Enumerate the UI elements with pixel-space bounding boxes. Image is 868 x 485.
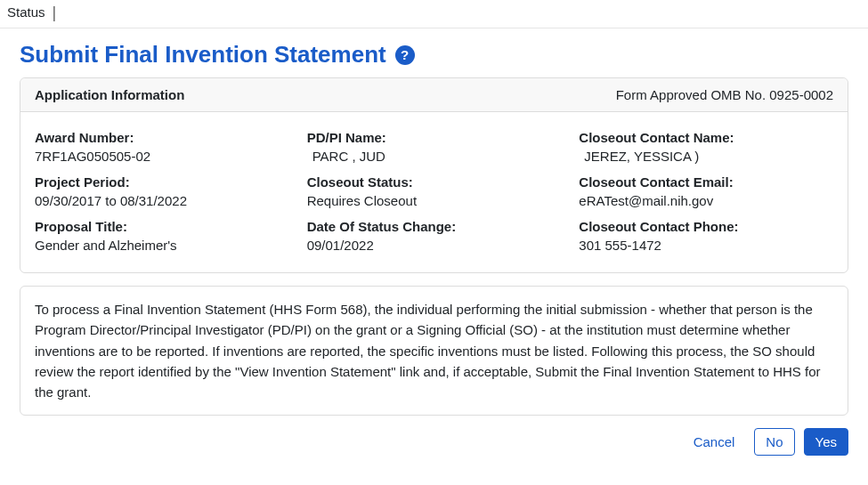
award-number-label: Award Number:	[35, 130, 289, 145]
project-period-label: Project Period:	[35, 174, 289, 190]
instructions-text: To process a Final Invention Statement (…	[35, 302, 821, 400]
closeout-contact-email-label: Closeout Contact Email:	[579, 174, 833, 190]
closeout-contact-phone-label: Closeout Contact Phone:	[579, 219, 833, 234]
help-icon[interactable]: ?	[395, 45, 415, 65]
instructions-panel: To process a Final Invention Statement (…	[20, 286, 848, 416]
closeout-status-value: Requires Closeout	[307, 193, 562, 208]
closeout-status-label: Closeout Status:	[307, 174, 562, 190]
breadcrumb-current[interactable]: Status	[7, 4, 45, 20]
actions-row: Cancel No Yes	[0, 428, 868, 468]
date-status-change-label: Date Of Status Change:	[307, 219, 562, 234]
proposal-title-value: Gender and Alzheimer's	[35, 238, 289, 253]
closeout-contact-phone-value: 301 555-1472	[579, 238, 833, 253]
info-column-3: Closeout Contact Name: JEREZ, YESSICA ) …	[579, 130, 833, 255]
info-column-1: Award Number: 7RF1AG050505-02 Project Pe…	[35, 130, 289, 255]
page-title: Submit Final Invention Statement	[20, 41, 386, 69]
application-information-card: Application Information Form Approved OM…	[20, 77, 848, 273]
yes-button[interactable]: Yes	[804, 428, 848, 456]
application-info-grid: Award Number: 7RF1AG050505-02 Project Pe…	[20, 112, 848, 272]
no-button[interactable]: No	[754, 428, 794, 456]
project-period-value: 09/30/2017 to 08/31/2022	[35, 193, 289, 208]
date-status-change-value: 09/01/2022	[307, 238, 562, 253]
closeout-contact-email-value: eRATest@mail.nih.gov	[579, 193, 833, 208]
card-header-title: Application Information	[35, 87, 184, 102]
breadcrumb-separator-icon: |	[52, 4, 56, 21]
breadcrumb: Status |	[0, 0, 868, 28]
cancel-button[interactable]: Cancel	[683, 429, 746, 455]
form-approved-text: Form Approved OMB No. 0925-0002	[616, 87, 833, 102]
pdpi-name-label: PD/PI Name:	[307, 130, 562, 145]
closeout-contact-name-value: JEREZ, YESSICA )	[579, 149, 833, 164]
page-title-row: Submit Final Invention Statement ?	[0, 28, 868, 77]
card-header: Application Information Form Approved OM…	[20, 78, 848, 112]
pdpi-name-value: PARC , JUD	[307, 149, 562, 164]
info-column-2: PD/PI Name: PARC , JUD Closeout Status: …	[307, 130, 562, 255]
closeout-contact-name-label: Closeout Contact Name:	[579, 130, 833, 145]
award-number-value: 7RF1AG050505-02	[35, 149, 289, 164]
proposal-title-label: Proposal Title:	[35, 219, 289, 234]
